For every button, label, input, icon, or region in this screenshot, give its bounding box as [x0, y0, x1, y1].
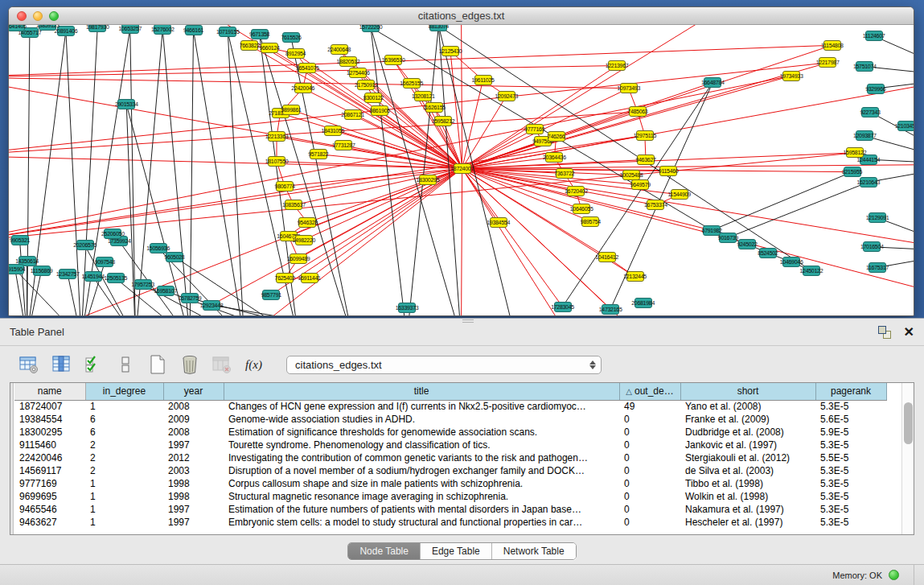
graph-node[interactable]: 12093877 — [856, 130, 873, 141]
table-cell[interactable]: 0 — [619, 413, 680, 426]
table-cell[interactable]: 9777169 — [14, 477, 85, 490]
table-cell[interactable]: 0 — [619, 439, 680, 451]
graph-node[interactable]: 12505135 — [107, 273, 125, 283]
graph-node[interactable]: 16958107 — [157, 286, 175, 296]
graph-node[interactable]: 746266 — [548, 131, 565, 142]
table-cell[interactable]: Investigating the contribution of common… — [224, 451, 619, 464]
column-header-year[interactable]: year — [163, 383, 224, 400]
table-cell[interactable]: 2003 — [163, 464, 224, 477]
graph-node[interactable]: 16099489 — [290, 253, 307, 264]
graph-node[interactable]: 12129091 — [869, 212, 886, 223]
table-cell[interactable]: 1 — [85, 490, 163, 503]
graph-node[interactable]: 11154808 — [823, 40, 841, 51]
graph-node[interactable]: 8912954 — [287, 48, 305, 59]
graph-node[interactable]: 18820512 — [339, 56, 357, 67]
table-cell[interactable]: 1997 — [163, 439, 224, 451]
graph-node[interactable]: 16210643 — [860, 177, 877, 187]
panel-split-handle[interactable] — [462, 319, 474, 323]
table-cell[interactable]: 1 — [85, 516, 163, 529]
trash-icon[interactable] — [179, 354, 200, 376]
table-row[interactable]: 911546021997Tourette syndrome. Phenomeno… — [14, 439, 886, 451]
graph-node[interactable]: 20867121 — [344, 109, 362, 120]
graph-node[interactable]: 11124607 — [865, 31, 883, 41]
table-cell[interactable]: 2009 — [163, 413, 224, 426]
table-cell[interactable]: 19384554 — [14, 413, 85, 426]
graph-node[interactable]: 16782759 — [181, 293, 199, 303]
graph-node[interactable]: 7625402 — [276, 273, 294, 283]
table-cell[interactable]: 5.9E-5 — [815, 426, 886, 439]
table-cell[interactable]: 5.3E-5 — [815, 477, 886, 490]
graph-node[interactable]: 9671358 — [251, 29, 269, 39]
table-cell[interactable]: 5.6E-5 — [815, 413, 886, 426]
table-cell[interactable]: 14569117 — [14, 464, 85, 477]
table-row[interactable]: 1456911722003Disruption of a novel membe… — [14, 464, 886, 477]
graph-node[interactable]: 11451944 — [84, 271, 102, 282]
graph-node[interactable]: 9227343 — [861, 107, 879, 117]
graph-node[interactable]: 16396510 — [384, 55, 402, 65]
graph-node[interactable]: 8524502 — [759, 248, 777, 258]
graph-node[interactable]: 16753374 — [647, 200, 664, 210]
table-cell[interactable]: 5.3E-5 — [815, 464, 886, 477]
graph-node[interactable]: 9571822 — [310, 149, 327, 159]
table-cell[interactable]: 9115460 — [14, 439, 85, 451]
table-cell[interactable]: Disruption of a novel member of a sodium… — [224, 464, 619, 477]
function-builder-icon[interactable]: f(x) — [243, 354, 265, 376]
float-panel-icon[interactable] — [878, 326, 891, 339]
table-cell[interactable]: 1997 — [163, 516, 224, 529]
table-cell[interactable]: 0 — [619, 516, 680, 529]
column-header-pagerank[interactable]: pagerank — [815, 383, 886, 400]
table-cell[interactable]: 0 — [619, 477, 680, 490]
table-cell[interactable]: 49 — [619, 400, 680, 413]
graph-node[interactable]: 13859123 — [39, 25, 56, 31]
graph-node[interactable]: 21750912 — [357, 80, 375, 90]
graph-node[interactable]: 12923448 — [203, 300, 220, 311]
close-button[interactable] — [17, 11, 27, 21]
graph-node[interactable]: 8641405 — [9, 25, 25, 31]
graph-node[interactable]: 12450122 — [803, 266, 820, 276]
table-cell[interactable]: 1998 — [163, 477, 224, 490]
table-row[interactable]: 946554611997Estimation of the future num… — [14, 503, 886, 516]
table-cell[interactable]: Embryonic stem cells: a model to study s… — [224, 516, 619, 529]
table-cell[interactable]: 0 — [619, 490, 680, 503]
graph-node[interactable]: 29015334 — [117, 99, 135, 109]
graph-node[interactable]: 9016739 — [719, 233, 737, 243]
table-cell[interactable]: 2012 — [163, 451, 224, 464]
graph-node[interactable]: 10416412 — [598, 252, 616, 262]
row-squares-icon[interactable] — [114, 354, 136, 376]
close-panel-icon[interactable]: ✕ — [904, 326, 914, 339]
table-cell[interactable]: 2 — [85, 464, 163, 477]
table-cell[interactable]: 2 — [85, 439, 163, 451]
table-row[interactable]: 1938455462009Genome-wide association stu… — [14, 413, 886, 426]
graph-node[interactable]: 19384554 — [490, 217, 507, 228]
graph-node[interactable]: 20891406 — [57, 26, 75, 36]
graph-node[interactable]: 9905321 — [11, 235, 29, 245]
graph-node[interactable]: 15751074 — [856, 61, 873, 72]
table-cell[interactable]: 5.3E-5 — [815, 439, 886, 451]
table-cell[interactable]: Dudbridge et al. (2008) — [680, 426, 815, 439]
graph-node[interactable]: 14732165 — [602, 304, 619, 315]
column-visibility-icon[interactable] — [50, 354, 72, 376]
table-cell[interactable]: 5.3E-5 — [815, 503, 886, 516]
table-cell[interactable]: 0 — [619, 464, 680, 477]
graph-node[interactable]: 10719155 — [219, 27, 236, 37]
table-cell[interactable]: 1997 — [163, 503, 224, 516]
graph-node[interactable]: 10653257 — [121, 25, 139, 34]
network-canvas[interactable]: 1872400714055717208914061981793010653257… — [9, 25, 914, 315]
table-cell[interactable]: 6 — [85, 426, 163, 439]
graph-node[interactable]: 15958122 — [846, 147, 864, 158]
column-header-in_degree[interactable]: in_degree — [85, 383, 163, 400]
graph-node[interactable]: 12213967 — [608, 60, 626, 71]
graph-node[interactable]: 12217987 — [819, 57, 836, 68]
table-cell[interactable]: 1998 — [163, 490, 224, 503]
minimize-button[interactable] — [33, 11, 43, 21]
table-cell[interactable]: Estimation of significance thresholds fo… — [224, 426, 619, 439]
graph-node[interactable]: 17957253 — [134, 279, 152, 290]
table-row[interactable]: 969969511998Structural magnetic resonanc… — [14, 490, 886, 503]
graph-node[interactable]: 20364436 — [545, 152, 563, 163]
graph-node[interactable]: 7615526 — [282, 32, 300, 43]
table-cell[interactable]: 5.3E-5 — [815, 490, 886, 503]
column-header-short[interactable]: short — [680, 383, 815, 400]
graph-node[interactable]: 9899861 — [282, 105, 300, 115]
graph-node[interactable]: 11156869 — [33, 266, 51, 276]
graph-node[interactable]: 13208121 — [414, 91, 432, 101]
